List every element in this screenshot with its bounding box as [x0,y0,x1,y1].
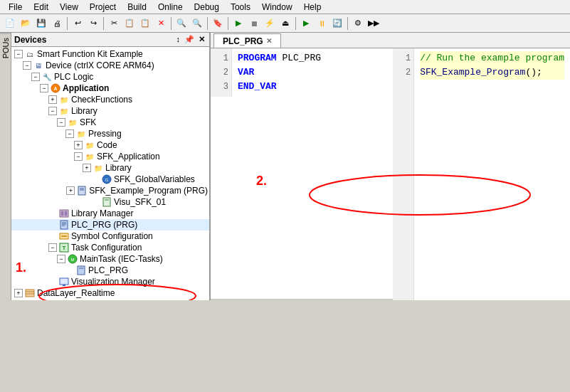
tree-plcprg-ref[interactable]: PLC_PRG [11,265,209,276]
tree-code[interactable]: + 📁 Code [11,139,209,151]
tree-vismgr-label: Visualization Manager [71,277,155,287]
tree-plcprg[interactable]: PLC_PRG (PRG) [11,219,209,231]
expand-taskcfg[interactable]: − [48,243,57,252]
tb-more[interactable]: ▶▶ [366,16,381,31]
tb-redo[interactable]: ↪ [86,16,100,31]
tb-findnext[interactable]: 🔍 [190,16,204,31]
expand-sfk-application[interactable]: − [74,152,83,161]
menu-tools[interactable]: Tools [225,1,256,14]
tree-symcfg[interactable]: Symbol Configuration [11,231,209,242]
tree-sfk-library-label: Library [105,163,132,173]
menu-online[interactable]: Online [152,1,189,14]
svg-rect-12 [60,221,68,229]
tb-cut[interactable]: ✂ [107,16,121,31]
tree-checkfunctions-label: CheckFunctions [71,95,132,105]
tab-plcprg-close[interactable]: ✕ [266,37,272,45]
expand-application[interactable]: − [40,84,48,92]
expand-code[interactable]: + [74,141,83,149]
plcprg-ref-icon [75,265,87,275]
line-num-2: 2 [213,65,228,80]
tb-find[interactable]: 🔍 [174,16,189,31]
menu-debug[interactable]: Debug [189,1,225,14]
tree-visu-sfk[interactable]: Visu_SFK_01 [11,196,209,208]
tree-library[interactable]: − 📁 Library [11,105,209,117]
tree-sfk-application[interactable]: − 📁 SFK_Application [11,151,209,162]
tb-delete[interactable]: ✕ [154,16,168,31]
line-num-1: 1 [213,51,228,65]
tree-maintask-label: MainTask (IEC-Tasks) [80,254,163,264]
tree-plclogic[interactable]: − 🔧 PLC Logic [11,71,209,83]
line-num-b1: 1 [396,51,411,65]
menu-file[interactable]: File [3,1,28,14]
expand-maintask[interactable]: − [57,255,65,263]
tree-maintask[interactable]: − M MainTask (IEC-Tasks) [11,253,209,265]
svg-rect-7 [103,198,110,206]
tb-undo[interactable]: ↩ [70,16,85,31]
expand-datalayer[interactable]: + [14,289,23,297]
panel-dock-icon[interactable]: 📌 [183,35,196,44]
tb-copy[interactable]: 📋 [122,16,137,31]
tree-sfk-library[interactable]: + 📁 Library [11,162,209,174]
expand-root[interactable]: − [14,50,23,58]
tree-sfk-example[interactable]: + SFK_Example_Program (PRG) [11,185,209,196]
sep2 [103,17,104,30]
sep4 [207,17,208,30]
tree-root[interactable]: − 🗂 Smart Function Kit Example [11,48,209,60]
tb-login[interactable]: ⚡ [263,16,277,31]
tree-application[interactable]: − A Application [11,83,209,94]
content-area: POUs Devices ↕ 📌 ✕ − 🗂 Smart Function Ki… [0,33,570,300]
devices-panel: Devices ↕ 📌 ✕ − 🗂 Smart Function Kit Exa… [11,33,211,300]
menu-help[interactable]: Help [298,1,327,14]
tree-library-label: Library [71,106,97,116]
tb-logout[interactable]: ⏏ [278,16,292,31]
tb-print[interactable]: 🖨 [50,16,64,31]
menu-window[interactable]: Window [256,1,298,14]
code-area-body[interactable]: // Run the example program SFK_Example_P… [414,48,570,300]
menu-edit[interactable]: Edit [28,1,54,14]
devices-panel-title: Devices [14,35,46,45]
panel-close-icon[interactable]: ✕ [197,35,206,44]
tree-vismgr[interactable]: Visualization Manager [11,276,209,287]
menu-view[interactable]: View [54,1,84,14]
tree-device[interactable]: − 🖥 Device (ctrlX CORE ARM64) [11,60,209,71]
expand-device[interactable]: − [23,61,31,70]
panel-header-icons: ↕ 📌 ✕ [175,35,207,44]
vtab-pous[interactable]: POUs [0,33,11,63]
expand-plclogic[interactable]: − [31,73,40,81]
tb-bookmark[interactable]: 🔖 [211,16,225,31]
tree-taskcfg[interactable]: − T Task Configuration [11,242,209,253]
tree-datalayer[interactable]: + DataLayer_Realtime [11,287,209,299]
tab-plcprg[interactable]: PLC_PRG ✕ [213,33,281,48]
tree-checkfunctions[interactable]: + 📁 CheckFunctions [11,94,209,105]
tree-application-label: Application [63,83,109,93]
expand-sfk[interactable]: − [57,118,65,127]
expand-checkfunctions[interactable]: + [48,95,57,104]
tb-save[interactable]: 💾 [34,16,48,31]
tree-libmgr-label: Library Manager [71,208,133,218]
expand-sfk-library[interactable]: + [83,164,91,172]
tb-settings[interactable]: ⚙ [351,16,365,31]
tb-stop[interactable]: ⏹ [247,16,261,31]
tb-run[interactable]: ▶ [299,16,313,31]
tree-sfk-example-label: SFK_Example_Program (PRG) [89,186,208,196]
tree-pressing[interactable]: − 📁 Pressing [11,128,209,139]
tb-pause[interactable]: ⏸ [315,16,329,31]
expand-library[interactable]: − [48,107,57,115]
tb-new[interactable]: 📄 [3,16,17,31]
panel-pin-icon[interactable]: ↕ [175,35,182,44]
menu-project[interactable]: Project [84,1,122,14]
svg-rect-4 [78,186,85,195]
tree-sfk[interactable]: − 📁 SFK [11,117,209,128]
folder-sfklib-icon: 📁 [93,163,104,173]
tb-paste[interactable]: 📋 [138,16,152,31]
tree-view: − 🗂 Smart Function Kit Example − 🖥 Devic… [11,47,209,300]
tree-libmgr[interactable]: Library Manager [11,208,209,219]
expand-pressing[interactable]: − [65,129,74,138]
menu-build[interactable]: Build [122,1,152,14]
tb-open[interactable]: 📂 [19,16,33,31]
code-area-top[interactable]: PROGRAM PLC_PRG VAR END_VAR [232,48,393,97]
tree-sfk-global[interactable]: G SFK_GlobalVariables [11,174,209,185]
tb-reset[interactable]: 🔄 [330,16,344,31]
expand-sfk-example[interactable]: + [66,186,75,195]
tb-build[interactable]: ▶ [231,16,246,31]
